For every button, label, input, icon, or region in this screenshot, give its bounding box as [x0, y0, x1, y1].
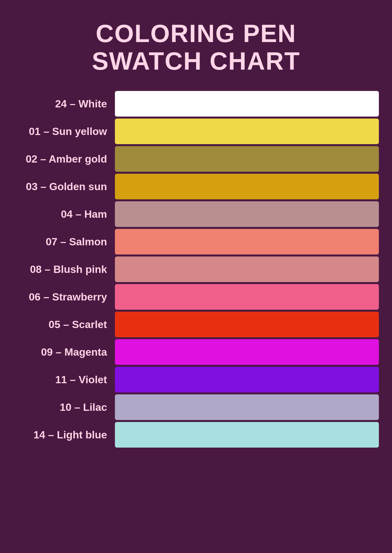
swatch-label: 14 – Light blue — [13, 429, 115, 441]
swatch-row: 11 – Violet — [13, 367, 379, 392]
swatch-label: 02 – Amber gold — [13, 153, 115, 165]
swatch-list: 24 – White01 – Sun yellow02 – Amber gold… — [13, 91, 379, 450]
swatch-row: 05 – Scarlet — [13, 312, 379, 337]
swatch-row: 14 – Light blue — [13, 422, 379, 448]
swatch-bar — [115, 146, 379, 172]
swatch-bar — [115, 229, 379, 254]
swatch-bar — [115, 119, 379, 144]
swatch-bar — [115, 174, 379, 199]
swatch-label: 10 – Lilac — [13, 401, 115, 413]
swatch-label: 07 – Salmon — [13, 236, 115, 248]
swatch-label: 05 – Scarlet — [13, 319, 115, 331]
swatch-row: 24 – White — [13, 91, 379, 117]
swatch-bar — [115, 339, 379, 365]
swatch-row: 06 – Strawberry — [13, 284, 379, 310]
swatch-label: 01 – Sun yellow — [13, 125, 115, 138]
swatch-label: 24 – White — [13, 98, 115, 110]
swatch-bar — [115, 367, 379, 392]
swatch-bar — [115, 394, 379, 420]
swatch-row: 02 – Amber gold — [13, 146, 379, 172]
swatch-label: 08 – Blush pink — [13, 263, 115, 276]
swatch-row: 09 – Magenta — [13, 339, 379, 365]
swatch-bar — [115, 201, 379, 227]
swatch-label: 06 – Strawberry — [13, 291, 115, 303]
swatch-label: 03 – Golden sun — [13, 181, 115, 193]
swatch-bar — [115, 91, 379, 117]
swatch-bar — [115, 256, 379, 282]
swatch-bar — [115, 312, 379, 337]
swatch-row: 10 – Lilac — [13, 394, 379, 420]
page-title: COLORING PEN SWATCH CHART — [92, 20, 300, 75]
swatch-label: 09 – Magenta — [13, 346, 115, 358]
swatch-bar — [115, 284, 379, 310]
swatch-bar — [115, 422, 379, 448]
swatch-label: 11 – Violet — [13, 374, 115, 386]
swatch-label: 04 – Ham — [13, 208, 115, 220]
swatch-row: 04 – Ham — [13, 201, 379, 227]
swatch-row: 08 – Blush pink — [13, 256, 379, 282]
swatch-row: 03 – Golden sun — [13, 174, 379, 199]
swatch-row: 01 – Sun yellow — [13, 119, 379, 144]
swatch-row: 07 – Salmon — [13, 229, 379, 254]
